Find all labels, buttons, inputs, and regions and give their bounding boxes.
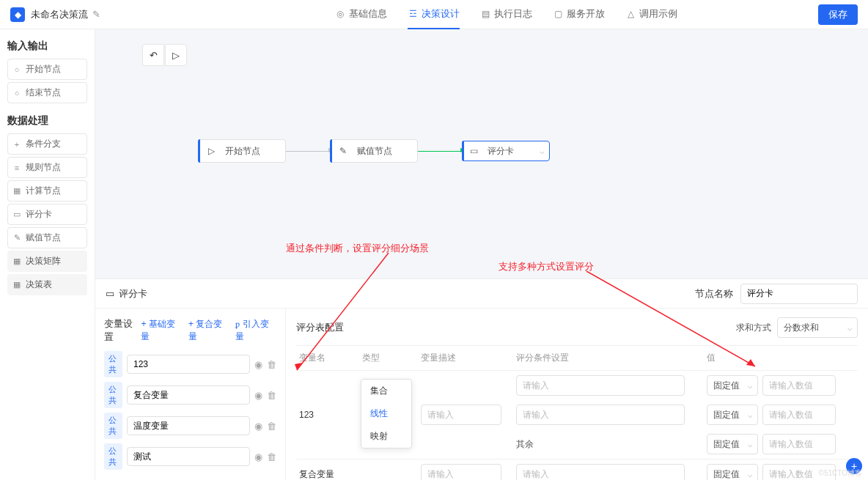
condition-input[interactable] [516, 375, 685, 396]
node-name-input[interactable] [740, 284, 858, 304]
value-type-select[interactable]: 固定值 [707, 405, 758, 425]
sidebar-item-scorecard[interactable]: ▭评分卡 [7, 204, 87, 225]
flow-node-scorecard[interactable]: ▭评分卡 [462, 141, 550, 161]
variable-row: 公共 ◉ 🗑 [104, 443, 276, 470]
table-icon: ▦ [12, 280, 21, 289]
value-type-select[interactable]: 固定值 [707, 375, 758, 396]
header-tabs: ◎基础信息 ☲决策设计 ▤执行日志 ▢服务开放 △调用示例 [335, 0, 677, 29]
matrix-icon: ▦ [12, 256, 21, 266]
app-logo-icon: ◆ [10, 7, 25, 22]
sidebar-item-calc[interactable]: ▦计算节点 [7, 180, 87, 202]
condition-input[interactable] [516, 405, 685, 425]
dropdown-option-set[interactable]: 集合 [361, 380, 411, 402]
sidebar-item-start[interactable]: ○开始节点 [7, 59, 87, 80]
panel-title: 评分卡 [119, 287, 147, 300]
flow-connector [418, 151, 462, 152]
sidebar-item-table[interactable]: ▦决策表 [7, 274, 87, 295]
variable-row: 公共 ◉ 🗑 [104, 382, 276, 408]
eye-icon[interactable]: ◉ [254, 359, 262, 370]
dropdown-option-linear[interactable]: 线性 [361, 402, 411, 425]
value-input[interactable] [762, 434, 836, 454]
card-icon: ▭ [468, 146, 479, 156]
variable-name-input[interactable] [127, 416, 250, 435]
value-input[interactable] [762, 405, 836, 425]
trash-icon[interactable]: 🗑 [267, 421, 276, 432]
value-type-select[interactable]: 固定值 [707, 464, 758, 480]
var-scope-tag: 公共 [104, 413, 122, 439]
sidebar-item-rule[interactable]: ≡规则节点 [7, 157, 87, 178]
undo-icon: ↶ [150, 50, 158, 61]
topbar: ◆ 未命名决策流 ✎ ◎基础信息 ☲决策设计 ▤执行日志 ▢服务开放 △调用示例… [0, 0, 868, 29]
table-row-group: 复合变量 固定值 其余 固定值 [296, 459, 858, 480]
panel-header: ▭ 评分卡 节点名称 [95, 279, 868, 309]
variable-row: 公共 ◉ 🗑 [104, 351, 276, 377]
flow-node-assign[interactable]: ✎赋值节点 [330, 139, 418, 163]
canvas: ↶ ▷ ▷开始节点 ✎赋值节点 ▭评分卡 ▭ 评分卡 节点名称 [95, 29, 868, 480]
sidebar-item-branch[interactable]: +条件分支 [7, 133, 87, 155]
play-icon: ▷ [172, 50, 180, 61]
play-icon: ▷ [206, 146, 216, 156]
config-panel: ▭ 评分卡 节点名称 变量设置 + 基础变量 + 复合变量 ᵱ [95, 278, 868, 480]
flow-node-start[interactable]: ▷开始节点 [198, 139, 286, 163]
card-icon: ▭ [106, 288, 114, 299]
edit-icon[interactable]: ✎ [92, 9, 100, 20]
var-name-cell: 123 [296, 410, 362, 420]
condition-static: 其余 [516, 438, 707, 451]
design-icon: ☲ [408, 9, 418, 19]
service-icon: ▢ [553, 9, 563, 19]
add-composite-var-link[interactable]: + 复合变量 [188, 318, 230, 343]
add-basic-var-link[interactable]: + 基础变量 [141, 318, 183, 343]
undo-button[interactable]: ↶ [142, 44, 164, 66]
desc-input[interactable] [421, 464, 501, 480]
var-name-cell: 复合变量 [296, 468, 362, 481]
variable-panel-title: 变量设置 [104, 317, 141, 344]
circle-icon: ○ [12, 65, 21, 74]
trash-icon[interactable]: 🗑 [267, 359, 276, 370]
desc-input[interactable] [421, 405, 501, 425]
trash-icon[interactable]: 🗑 [267, 451, 276, 462]
sidebar: 输入输出 ○开始节点 ○结束节点 数据处理 +条件分支 ≡规则节点 ▦计算节点 … [0, 29, 95, 480]
list-icon: ≡ [12, 163, 21, 172]
tab-invoke[interactable]: △调用示例 [625, 0, 677, 29]
var-scope-tag: 公共 [104, 351, 122, 377]
sum-method-label: 求和方式 [736, 322, 771, 334]
sum-method-select[interactable]: 分数求和 [777, 317, 858, 338]
value-input[interactable] [762, 375, 836, 396]
sidebar-item-assign[interactable]: ✎赋值节点 [7, 227, 87, 248]
variable-row: 公共 ◉ 🗑 [104, 413, 276, 439]
cfg-title: 评分表配置 [296, 321, 344, 334]
import-var-link[interactable]: ᵱ 引入变量 [235, 318, 276, 343]
flow-canvas[interactable]: ↶ ▷ ▷开始节点 ✎赋值节点 ▭评分卡 [95, 29, 868, 278]
score-config-panel: 评分表配置 求和方式 分数求和 变量名 类型 变量描述 评分条件设置 值 [286, 309, 868, 480]
invoke-icon: △ [625, 9, 636, 19]
edit-icon: ✎ [12, 233, 21, 243]
tab-service[interactable]: ▢服务开放 [553, 0, 605, 29]
sidebar-item-end[interactable]: ○结束节点 [7, 82, 87, 103]
edit-icon: ✎ [338, 146, 348, 156]
tab-basic[interactable]: ◎基础信息 [335, 0, 387, 29]
node-name-label: 节点名称 [695, 287, 733, 300]
eye-icon[interactable]: ◉ [254, 421, 262, 432]
variable-name-input[interactable] [127, 355, 250, 374]
type-dropdown: 集合 线性 映射 [361, 379, 412, 448]
sidebar-item-matrix[interactable]: ▦决策矩阵 [7, 251, 87, 272]
gear-icon: ◎ [335, 9, 345, 19]
eye-icon[interactable]: ◉ [254, 451, 262, 462]
tab-design[interactable]: ☲决策设计 [408, 0, 460, 29]
value-type-select[interactable]: 固定值 [707, 434, 758, 454]
condition-input[interactable] [516, 464, 685, 480]
table-head: 变量名 类型 变量描述 评分条件设置 值 [296, 346, 858, 371]
eye-icon[interactable]: ◉ [254, 390, 262, 401]
variable-name-input[interactable] [127, 447, 250, 466]
trash-icon[interactable]: 🗑 [267, 390, 276, 401]
play-button[interactable]: ▷ [165, 44, 187, 66]
tab-logs[interactable]: ▤执行日志 [480, 0, 532, 29]
save-button[interactable]: 保存 [818, 4, 858, 25]
plus-icon: + [12, 140, 21, 149]
flow-connector [286, 151, 330, 152]
card-icon: ▭ [12, 210, 21, 219]
watermark: ©51CTO博客 [819, 468, 862, 479]
dropdown-option-map[interactable]: 映射 [361, 425, 411, 448]
variable-name-input[interactable] [127, 385, 250, 405]
flow-diagram: ▷开始节点 ✎赋值节点 ▭评分卡 [198, 139, 550, 163]
